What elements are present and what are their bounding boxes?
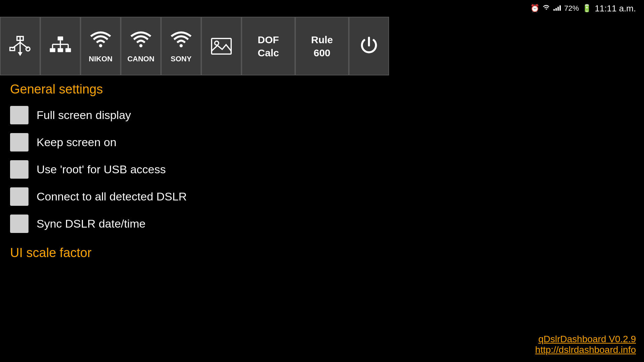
canon-label: CANON [127, 55, 155, 63]
toolbar-network-button[interactable] [40, 17, 80, 75]
svg-point-18 [179, 44, 182, 47]
toolbar-canon-button[interactable]: CANON [121, 17, 161, 75]
svg-rect-4 [10, 47, 15, 50]
fullscreen-setting: Full screen display [10, 103, 634, 127]
svg-point-16 [99, 44, 102, 47]
main-content: General settings Full screen display Kee… [0, 75, 644, 362]
rootusb-checkbox[interactable] [10, 160, 29, 179]
toolbar-power-button[interactable] [349, 17, 389, 75]
ui-scale-title: UI scale factor [10, 246, 634, 260]
keepscreen-label: Keep screen on [37, 136, 116, 149]
svg-point-17 [139, 44, 142, 47]
toolbar-rule600-button[interactable]: Rule600 [295, 17, 349, 75]
keepscreen-setting: Keep screen on [10, 130, 634, 154]
website-link[interactable]: http://dslrdashboard.info [535, 345, 636, 355]
status-time: 11:11 a.m. [595, 3, 636, 14]
alarm-icon: ⏰ [530, 4, 539, 13]
svg-rect-19 [212, 38, 231, 54]
footer: qDslrDashboard V0.2.9 http://dslrdashboa… [535, 334, 636, 355]
toolbar-sony-button[interactable]: SONY [161, 17, 201, 75]
svg-rect-14 [58, 48, 63, 52]
svg-marker-6 [18, 52, 22, 56]
svg-point-20 [215, 41, 219, 45]
rule600-label: Rule600 [311, 33, 333, 59]
connectall-checkbox[interactable] [10, 187, 29, 206]
svg-rect-7 [58, 36, 63, 40]
rootusb-label: Use 'root' for USB access [37, 163, 166, 176]
nikon-label: NIKON [89, 55, 113, 63]
toolbar-dof-button[interactable]: DOFCalc [241, 17, 295, 75]
settings-list: Full screen display Keep screen on Use '… [10, 103, 634, 236]
status-bar: ⏰ 72% 🔋 11:11 a.m. [530, 0, 644, 17]
fullscreen-label: Full screen display [37, 109, 131, 122]
general-settings-section: General settings Full screen display Kee… [10, 82, 634, 236]
toolbar-image-button[interactable] [201, 17, 241, 75]
toolbar: NIKON CANON SONY DOFCalc Ru [0, 17, 644, 75]
svg-rect-15 [65, 48, 71, 52]
toolbar-nikon-button[interactable]: NIKON [80, 17, 121, 75]
synctime-label: Sync DSLR date/time [37, 217, 146, 230]
connectall-label: Connect to all detected DSLR [37, 190, 187, 203]
connectall-setting: Connect to all detected DSLR [10, 185, 634, 208]
dof-label: DOFCalc [258, 33, 279, 59]
svg-rect-13 [50, 48, 55, 52]
fullscreen-checkbox[interactable] [10, 106, 29, 124]
keepscreen-checkbox[interactable] [10, 133, 29, 152]
wifi-status-icon [543, 4, 550, 13]
svg-point-5 [26, 47, 30, 51]
app-version-link[interactable]: qDslrDashboard V0.2.9 [535, 334, 636, 345]
toolbar-usb-button[interactable] [0, 17, 40, 75]
ui-scale-section: UI scale factor [10, 246, 634, 260]
battery-icon: 🔋 [582, 4, 591, 13]
synctime-setting: Sync DSLR date/time [10, 212, 634, 236]
signal-icon [553, 4, 561, 13]
synctime-checkbox[interactable] [10, 215, 29, 233]
battery-percentage: 72% [564, 4, 579, 13]
rootusb-setting: Use 'root' for USB access [10, 158, 634, 181]
sony-label: SONY [171, 55, 192, 63]
general-settings-title: General settings [10, 82, 634, 97]
